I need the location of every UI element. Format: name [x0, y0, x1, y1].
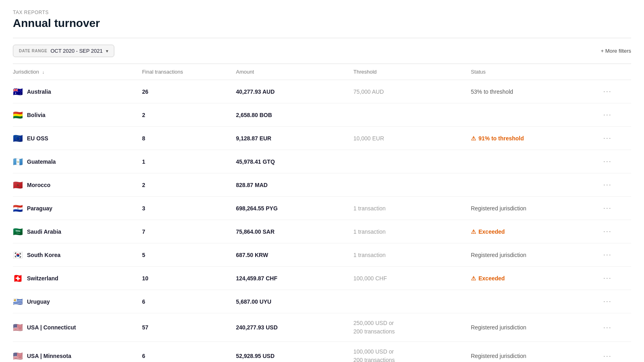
amount-value: 2,658.80 BOB	[236, 112, 272, 118]
country-name: Paraguay	[27, 205, 52, 212]
table-row: 🇰🇷 South Korea 5687.50 KRW1 transactionR…	[13, 243, 631, 267]
row-actions-button[interactable]: ···	[600, 272, 615, 284]
header-divider	[13, 38, 631, 38]
cell-transactions: 10	[142, 267, 236, 290]
cell-threshold: 1 transaction	[353, 220, 471, 243]
cell-jurisdiction: 🇺🇾 Uruguay	[13, 290, 142, 313]
transactions-value: 3	[142, 205, 145, 212]
cell-jurisdiction: 🇸🇦 Saudi Arabia	[13, 220, 142, 243]
cell-actions[interactable]: ···	[600, 103, 631, 127]
cell-actions[interactable]: ···	[600, 313, 631, 342]
threshold-value: 250,000 USD or200 transactions	[353, 320, 395, 335]
flag-icon: 🇬🇹	[13, 158, 23, 166]
cell-transactions: 57	[142, 313, 236, 342]
row-actions-button[interactable]: ···	[600, 86, 615, 97]
status-text: Registered jurisdiction	[471, 324, 526, 331]
cell-actions[interactable]: ···	[600, 197, 631, 220]
cell-transactions: 5	[142, 243, 236, 267]
row-actions-button[interactable]: ···	[600, 322, 615, 333]
cell-actions[interactable]: ···	[600, 267, 631, 290]
row-actions-button[interactable]: ···	[600, 156, 615, 167]
amount-value: 75,864.00 SAR	[236, 228, 275, 235]
cell-actions[interactable]: ···	[600, 173, 631, 197]
threshold-value: 1 transaction	[353, 252, 386, 258]
row-actions-button[interactable]: ···	[600, 249, 615, 261]
cell-amount: 124,459.87 CHF	[236, 267, 353, 290]
flag-icon: 🇧🇴	[13, 111, 23, 119]
flag-icon: 🇸🇦	[13, 228, 23, 236]
country-name: USA | Connecticut	[27, 324, 76, 331]
cell-actions[interactable]: ···	[600, 80, 631, 103]
cell-threshold	[353, 150, 471, 173]
cell-actions[interactable]: ···	[600, 220, 631, 243]
flag-icon: 🇺🇸	[13, 323, 23, 331]
transactions-value: 6	[142, 353, 145, 359]
cell-actions[interactable]: ···	[600, 290, 631, 313]
cell-transactions: 1	[142, 150, 236, 173]
date-range-value: OCT 2020 - SEP 2021	[50, 48, 103, 54]
row-actions-button[interactable]: ···	[600, 109, 615, 121]
cell-jurisdiction: 🇺🇸 USA | Connecticut	[13, 313, 142, 342]
row-actions-button[interactable]: ···	[600, 350, 615, 362]
status-text: Registered jurisdiction	[471, 205, 526, 212]
cell-amount: 828.87 MAD	[236, 173, 353, 197]
cell-actions[interactable]: ···	[600, 243, 631, 267]
page-container: TAX REPORTS Annual turnover DATE RANGE O…	[0, 0, 644, 362]
cell-threshold	[353, 103, 471, 127]
cell-transactions: 2	[142, 103, 236, 127]
status-exceeded: ⚠ Exceeded	[471, 228, 594, 235]
more-filters-button[interactable]: + More filters	[601, 48, 632, 54]
row-actions-button[interactable]: ···	[600, 202, 615, 214]
flag-icon: 🇺🇸	[13, 352, 23, 360]
status-text: Registered jurisdiction	[471, 252, 526, 258]
cell-threshold	[353, 290, 471, 313]
row-actions-button[interactable]: ···	[600, 296, 615, 307]
date-range-button[interactable]: DATE RANGE OCT 2020 - SEP 2021 ▾	[13, 45, 114, 57]
transactions-value: 6	[142, 298, 145, 305]
transactions-value: 8	[142, 135, 145, 142]
flag-icon: 🇨🇭	[13, 274, 23, 282]
col-header-threshold: Threshold	[353, 64, 471, 80]
amount-value: 687.50 KRW	[236, 252, 268, 258]
cell-amount: 9,128.87 EUR	[236, 127, 353, 150]
flag-icon: 🇵🇾	[13, 204, 23, 212]
cell-jurisdiction: 🇰🇷 South Korea	[13, 243, 142, 267]
cell-transactions: 7	[142, 220, 236, 243]
row-actions-button[interactable]: ···	[600, 179, 615, 191]
cell-transactions: 26	[142, 80, 236, 103]
cell-jurisdiction: 🇬🇹 Guatemala	[13, 150, 142, 173]
warning-triangle-icon: ⚠	[471, 275, 476, 282]
warning-triangle-icon: ⚠	[471, 135, 476, 142]
cell-status	[471, 290, 600, 313]
transactions-value: 1	[142, 158, 145, 165]
cell-amount: 75,864.00 SAR	[236, 220, 353, 243]
row-actions-button[interactable]: ···	[600, 132, 615, 144]
transactions-value: 7	[142, 228, 145, 235]
transactions-value: 26	[142, 88, 149, 95]
transactions-value: 10	[142, 275, 149, 282]
cell-threshold: 100,000 USD or200 transactions	[353, 342, 471, 362]
cell-transactions: 3	[142, 197, 236, 220]
cell-actions[interactable]: ···	[600, 150, 631, 173]
table-row: 🇺🇾 Uruguay 65,687.00 UYU···	[13, 290, 631, 313]
row-actions-button[interactable]: ···	[600, 226, 615, 237]
cell-jurisdiction: 🇲🇦 Morocco	[13, 173, 142, 197]
cell-amount: 52,928.95 USD	[236, 342, 353, 362]
cell-status: Registered jurisdiction	[471, 342, 600, 362]
col-header-amount: Amount	[236, 64, 353, 80]
cell-actions[interactable]: ···	[600, 127, 631, 150]
flag-icon: 🇪🇺	[13, 134, 23, 142]
transactions-value: 2	[142, 112, 145, 118]
cell-amount: 698,264.55 PYG	[236, 197, 353, 220]
country-name: Bolivia	[27, 112, 45, 118]
flag-icon: 🇺🇾	[13, 298, 23, 306]
table-row: 🇦🇺 Australia 2640,277.93 AUD75,000 AUD53…	[13, 80, 631, 103]
transactions-value: 5	[142, 252, 145, 258]
cell-actions[interactable]: ···	[600, 342, 631, 362]
cell-status: 53% to threshold	[471, 80, 600, 103]
cell-amount: 2,658.80 BOB	[236, 103, 353, 127]
flag-icon: 🇦🇺	[13, 88, 23, 96]
table-row: 🇬🇹 Guatemala 145,978.41 GTQ···	[13, 150, 631, 173]
more-filters-label: + More filters	[601, 48, 632, 54]
cell-threshold: 1 transaction	[353, 243, 471, 267]
